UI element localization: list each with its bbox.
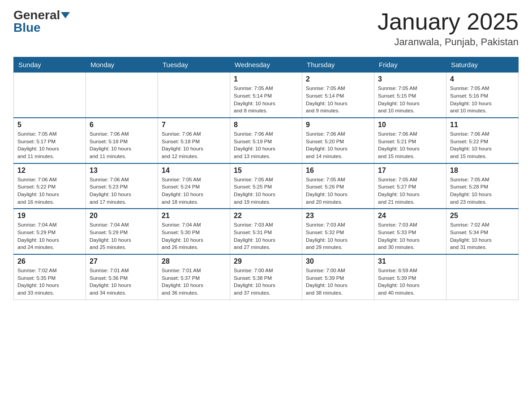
day-number: 5 bbox=[17, 121, 82, 129]
table-row: 10Sunrise: 7:06 AMSunset: 5:21 PMDayligh… bbox=[374, 118, 446, 163]
table-row: 20Sunrise: 7:04 AMSunset: 5:29 PMDayligh… bbox=[86, 209, 158, 254]
day-info: Sunrise: 7:05 AMSunset: 5:15 PMDaylight:… bbox=[378, 85, 442, 115]
day-number: 31 bbox=[378, 257, 442, 265]
day-info: Sunrise: 7:05 AMSunset: 5:17 PMDaylight:… bbox=[17, 130, 82, 160]
table-row: 2Sunrise: 7:05 AMSunset: 5:14 PMDaylight… bbox=[302, 73, 374, 118]
day-number: 7 bbox=[162, 121, 226, 129]
day-number: 6 bbox=[90, 121, 154, 129]
day-number: 21 bbox=[162, 212, 226, 220]
day-info: Sunrise: 7:05 AMSunset: 5:27 PMDaylight:… bbox=[378, 176, 442, 206]
day-number: 24 bbox=[378, 212, 442, 220]
calendar-week-row: 19Sunrise: 7:04 AMSunset: 5:29 PMDayligh… bbox=[14, 209, 519, 254]
day-number: 14 bbox=[162, 167, 226, 175]
day-number: 27 bbox=[90, 257, 154, 265]
day-number: 9 bbox=[306, 121, 370, 129]
table-row: 28Sunrise: 7:01 AMSunset: 5:37 PMDayligh… bbox=[158, 254, 230, 300]
day-number: 23 bbox=[306, 212, 370, 220]
day-info: Sunrise: 7:00 AMSunset: 5:39 PMDaylight:… bbox=[306, 267, 370, 297]
day-number: 1 bbox=[234, 75, 298, 83]
table-row: 12Sunrise: 7:06 AMSunset: 5:22 PMDayligh… bbox=[14, 163, 86, 209]
table-row: 15Sunrise: 7:05 AMSunset: 5:25 PMDayligh… bbox=[230, 163, 302, 209]
table-row: 31Sunrise: 6:59 AMSunset: 5:39 PMDayligh… bbox=[374, 254, 446, 300]
day-info: Sunrise: 7:01 AMSunset: 5:36 PMDaylight:… bbox=[90, 267, 154, 297]
table-row: 11Sunrise: 7:06 AMSunset: 5:22 PMDayligh… bbox=[446, 118, 519, 163]
calendar-table: Sunday Monday Tuesday Wednesday Thursday… bbox=[13, 57, 519, 300]
table-row: 23Sunrise: 7:03 AMSunset: 5:32 PMDayligh… bbox=[302, 209, 374, 254]
day-info: Sunrise: 7:06 AMSunset: 5:20 PMDaylight:… bbox=[306, 130, 370, 160]
day-number: 30 bbox=[306, 257, 370, 265]
day-number: 3 bbox=[378, 75, 442, 83]
col-thursday: Thursday bbox=[302, 57, 374, 73]
col-sunday: Sunday bbox=[14, 57, 86, 73]
table-row: 18Sunrise: 7:05 AMSunset: 5:28 PMDayligh… bbox=[446, 163, 519, 209]
table-row: 3Sunrise: 7:05 AMSunset: 5:15 PMDaylight… bbox=[374, 73, 446, 118]
day-number: 2 bbox=[306, 75, 370, 83]
day-info: Sunrise: 7:04 AMSunset: 5:29 PMDaylight:… bbox=[17, 221, 82, 251]
table-row: 8Sunrise: 7:06 AMSunset: 5:19 PMDaylight… bbox=[230, 118, 302, 163]
calendar-week-row: 12Sunrise: 7:06 AMSunset: 5:22 PMDayligh… bbox=[14, 163, 519, 209]
table-row: 13Sunrise: 7:06 AMSunset: 5:23 PMDayligh… bbox=[86, 163, 158, 209]
day-number: 25 bbox=[450, 212, 515, 220]
calendar-week-row: 26Sunrise: 7:02 AMSunset: 5:35 PMDayligh… bbox=[14, 254, 519, 300]
location-title: Jaranwala, Punjab, Pakistan bbox=[378, 36, 519, 48]
col-friday: Friday bbox=[374, 57, 446, 73]
day-number: 12 bbox=[17, 167, 82, 175]
day-info: Sunrise: 7:05 AMSunset: 5:14 PMDaylight:… bbox=[234, 85, 298, 115]
day-info: Sunrise: 7:06 AMSunset: 5:21 PMDaylight:… bbox=[378, 130, 442, 160]
table-row: 27Sunrise: 7:01 AMSunset: 5:36 PMDayligh… bbox=[86, 254, 158, 300]
day-number: 15 bbox=[234, 167, 298, 175]
calendar-week-row: 5Sunrise: 7:05 AMSunset: 5:17 PMDaylight… bbox=[14, 118, 519, 163]
table-row: 19Sunrise: 7:04 AMSunset: 5:29 PMDayligh… bbox=[14, 209, 86, 254]
day-info: Sunrise: 7:06 AMSunset: 5:19 PMDaylight:… bbox=[234, 130, 298, 160]
col-tuesday: Tuesday bbox=[158, 57, 230, 73]
logo-arrow-icon bbox=[61, 12, 70, 18]
table-row: 14Sunrise: 7:05 AMSunset: 5:24 PMDayligh… bbox=[158, 163, 230, 209]
table-row: 21Sunrise: 7:04 AMSunset: 5:30 PMDayligh… bbox=[158, 209, 230, 254]
day-number: 4 bbox=[450, 75, 515, 83]
title-block: January 2025 Jaranwala, Punjab, Pakistan bbox=[378, 9, 519, 48]
day-info: Sunrise: 7:06 AMSunset: 5:22 PMDaylight:… bbox=[17, 176, 82, 206]
table-row: 26Sunrise: 7:02 AMSunset: 5:35 PMDayligh… bbox=[14, 254, 86, 300]
day-number: 16 bbox=[306, 167, 370, 175]
day-number: 11 bbox=[450, 121, 515, 129]
day-info: Sunrise: 7:05 AMSunset: 5:25 PMDaylight:… bbox=[234, 176, 298, 206]
table-row: 1Sunrise: 7:05 AMSunset: 5:14 PMDaylight… bbox=[230, 73, 302, 118]
table-row bbox=[446, 254, 519, 300]
day-info: Sunrise: 7:05 AMSunset: 5:14 PMDaylight:… bbox=[306, 85, 370, 115]
logo-general: General bbox=[13, 9, 70, 21]
day-number: 20 bbox=[90, 212, 154, 220]
table-row: 24Sunrise: 7:03 AMSunset: 5:33 PMDayligh… bbox=[374, 209, 446, 254]
day-info: Sunrise: 7:05 AMSunset: 5:26 PMDaylight:… bbox=[306, 176, 370, 206]
day-number: 10 bbox=[378, 121, 442, 129]
table-row: 5Sunrise: 7:05 AMSunset: 5:17 PMDaylight… bbox=[14, 118, 86, 163]
day-info: Sunrise: 7:05 AMSunset: 5:24 PMDaylight:… bbox=[162, 176, 226, 206]
page-header: General Blue January 2025 Jaranwala, Pun… bbox=[13, 9, 519, 48]
table-row: 4Sunrise: 7:05 AMSunset: 5:16 PMDaylight… bbox=[446, 73, 519, 118]
day-info: Sunrise: 7:05 AMSunset: 5:28 PMDaylight:… bbox=[450, 176, 515, 206]
table-row bbox=[86, 73, 158, 118]
table-row: 6Sunrise: 7:06 AMSunset: 5:18 PMDaylight… bbox=[86, 118, 158, 163]
table-row: 22Sunrise: 7:03 AMSunset: 5:31 PMDayligh… bbox=[230, 209, 302, 254]
day-info: Sunrise: 7:03 AMSunset: 5:31 PMDaylight:… bbox=[234, 221, 298, 251]
day-info: Sunrise: 7:04 AMSunset: 5:30 PMDaylight:… bbox=[162, 221, 226, 251]
table-row: 7Sunrise: 7:06 AMSunset: 5:18 PMDaylight… bbox=[158, 118, 230, 163]
day-info: Sunrise: 7:06 AMSunset: 5:22 PMDaylight:… bbox=[450, 130, 515, 160]
table-row: 29Sunrise: 7:00 AMSunset: 5:38 PMDayligh… bbox=[230, 254, 302, 300]
table-row: 9Sunrise: 7:06 AMSunset: 5:20 PMDaylight… bbox=[302, 118, 374, 163]
col-saturday: Saturday bbox=[446, 57, 519, 73]
day-number: 17 bbox=[378, 167, 442, 175]
day-number: 13 bbox=[90, 167, 154, 175]
day-number: 26 bbox=[17, 257, 82, 265]
day-info: Sunrise: 7:01 AMSunset: 5:37 PMDaylight:… bbox=[162, 267, 226, 297]
table-row bbox=[14, 73, 86, 118]
day-info: Sunrise: 7:02 AMSunset: 5:34 PMDaylight:… bbox=[450, 221, 515, 251]
day-info: Sunrise: 6:59 AMSunset: 5:39 PMDaylight:… bbox=[378, 267, 442, 297]
day-info: Sunrise: 7:02 AMSunset: 5:35 PMDaylight:… bbox=[17, 267, 82, 297]
day-info: Sunrise: 7:03 AMSunset: 5:33 PMDaylight:… bbox=[378, 221, 442, 251]
day-number: 28 bbox=[162, 257, 226, 265]
table-row: 25Sunrise: 7:02 AMSunset: 5:34 PMDayligh… bbox=[446, 209, 519, 254]
table-row: 16Sunrise: 7:05 AMSunset: 5:26 PMDayligh… bbox=[302, 163, 374, 209]
day-number: 18 bbox=[450, 167, 515, 175]
calendar-week-row: 1Sunrise: 7:05 AMSunset: 5:14 PMDaylight… bbox=[14, 73, 519, 118]
day-info: Sunrise: 7:03 AMSunset: 5:32 PMDaylight:… bbox=[306, 221, 370, 251]
